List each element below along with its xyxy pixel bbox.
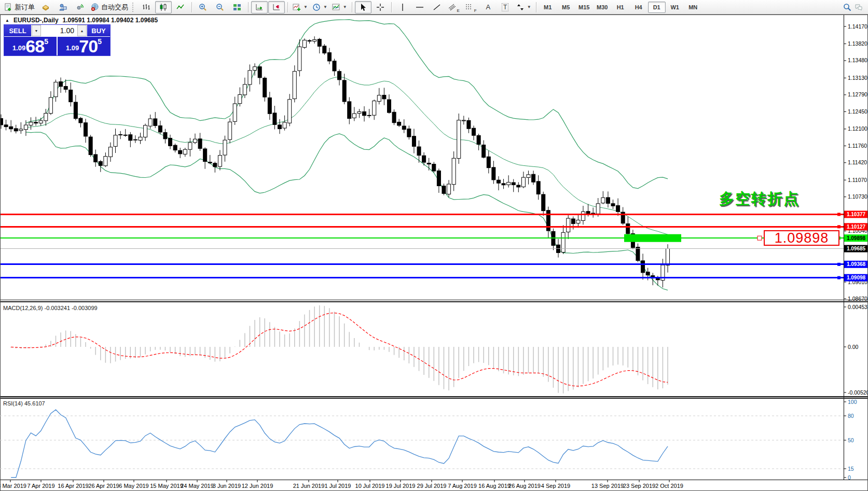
toolbar-grip (132, 3, 136, 12)
date-label: 10 Jul 2019 (355, 483, 385, 489)
candlestick-chart-button[interactable] (155, 1, 172, 13)
market-watch-icon (42, 3, 50, 11)
cursor-button[interactable] (355, 1, 371, 13)
zoom-out-button[interactable] (212, 1, 228, 13)
tab-timeframe-W1[interactable]: W1 (666, 2, 684, 13)
tab-timeframe-M1[interactable]: M1 (539, 2, 557, 13)
label-tool-letter: T (502, 3, 508, 11)
buy-price[interactable]: 1.09 70 5 (58, 37, 110, 55)
svg-text:1.10127: 1.10127 (847, 224, 866, 230)
fibonacci-tool[interactable]: F (463, 1, 479, 13)
line-chart-button[interactable] (172, 1, 189, 13)
symbol-name: EURUSD-,Daily (13, 17, 59, 24)
buy-button[interactable]: BUY (87, 25, 110, 36)
indicators-dropdown[interactable]: ▼ (304, 5, 308, 9)
sell-price-pip: 5 (44, 37, 48, 46)
autotrading-button[interactable]: 自动交易 (89, 1, 130, 13)
sell-button[interactable]: SELL (4, 25, 32, 36)
toolbar-separator (391, 2, 392, 12)
strategy-tester-button[interactable] (54, 1, 71, 13)
date-label: 4 Sep 2019 (541, 483, 570, 489)
trendline-tool[interactable] (429, 1, 445, 13)
arrows-tool[interactable]: ▼ (514, 1, 533, 13)
date-label: 7 Apr 2019 (27, 483, 54, 489)
search-icon[interactable] (843, 3, 851, 11)
periods-button[interactable]: ▼ (310, 1, 329, 13)
chat-icon[interactable] (855, 3, 863, 11)
templates-button[interactable]: ▼ (330, 1, 349, 13)
new-order-icon (4, 3, 12, 11)
arrows-icon (516, 3, 525, 11)
auto-scroll-button[interactable] (251, 1, 268, 13)
highlight-zone-rect[interactable] (624, 234, 681, 242)
svg-text:1.09685: 1.09685 (847, 246, 866, 251)
templates-dropdown[interactable]: ▼ (343, 5, 347, 9)
channel-letter: E (457, 8, 460, 13)
volume-decrease-button[interactable]: ▼ (32, 25, 41, 36)
horizontal-line-icon (416, 3, 424, 11)
candlestick-chart-icon (159, 3, 168, 11)
chart-canvas[interactable]: 1.141701.138201.134801.131301.127901.124… (0, 0, 868, 491)
svg-text:15: 15 (848, 466, 854, 472)
periods-dropdown[interactable]: ▼ (323, 5, 327, 9)
fibonacci-icon (465, 3, 474, 11)
bar-chart-button[interactable] (138, 1, 155, 13)
date-label: 15 May 2019 (150, 483, 183, 489)
macd-indicator-label: MACD(12,26,9) -0.003241 -0.003099 (3, 305, 98, 311)
date-label: 16 Aug 2019 (478, 483, 511, 489)
svg-text:1.09098: 1.09098 (847, 275, 866, 280)
tab-timeframe-MN[interactable]: MN (684, 2, 702, 13)
indicators-button[interactable]: ▼ (291, 1, 310, 13)
text-label-tool[interactable]: T (497, 1, 514, 13)
svg-text:1.10730: 1.10730 (848, 193, 867, 200)
date-label: 13 Sep 2019 (591, 483, 624, 489)
channel-tool[interactable]: E (446, 1, 462, 13)
volume-increase-button[interactable]: ▲ (77, 25, 87, 36)
auto-scroll-icon (255, 3, 264, 11)
vertical-line-tool[interactable] (394, 1, 411, 13)
horizontal-line-tool[interactable] (411, 1, 428, 13)
toolbar-separator (191, 2, 192, 12)
volume-input[interactable] (41, 25, 77, 36)
tab-timeframe-M30[interactable]: M30 (594, 2, 611, 13)
line-chart-icon (176, 3, 185, 11)
date-label: 6 May 2019 (119, 483, 148, 489)
svg-text:1.12100: 1.12100 (848, 125, 867, 132)
text-tool[interactable]: A (480, 1, 497, 13)
chinese-annotation[interactable]: 多空转折点 (719, 189, 800, 209)
market-watch-button[interactable] (37, 1, 54, 13)
buy-price-prefix: 1.09 (66, 44, 79, 52)
collapse-panel-icon[interactable]: ▲ (5, 18, 9, 23)
new-order-button[interactable]: 新订单 (2, 1, 37, 13)
arrows-dropdown[interactable]: ▼ (527, 5, 531, 9)
tab-timeframe-D1[interactable]: D1 (648, 2, 666, 13)
rsi-value: 45.6107 (24, 400, 45, 406)
svg-text:1.10377: 1.10377 (847, 212, 866, 217)
tab-timeframe-M5[interactable]: M5 (557, 2, 575, 13)
zoom-in-button[interactable] (195, 1, 211, 13)
text-tool-letter: A (486, 3, 490, 11)
crosshair-button[interactable] (372, 1, 389, 13)
templates-icon (332, 3, 340, 11)
sell-price[interactable]: 1.09 68 5 (4, 37, 57, 55)
vertical-line-icon (398, 3, 407, 11)
tab-timeframe-H4[interactable]: H4 (630, 2, 647, 13)
toolbar: 新订单 (0, 0, 868, 15)
date-label: 24 May 2019 (181, 483, 214, 489)
date-label: 12 Jun 2019 (242, 483, 273, 489)
date-label: 29 Jul 2019 (417, 483, 447, 489)
toolbar-separator (536, 2, 536, 12)
price-tag-label[interactable]: 1.09898 (764, 230, 839, 246)
date-label: 23 Sep 2019 (623, 483, 655, 489)
chart-shift-button[interactable] (268, 1, 285, 13)
tile-windows-icon (233, 3, 241, 11)
signals-button[interactable] (72, 1, 88, 13)
tab-timeframe-H1[interactable]: H1 (612, 2, 629, 13)
trade-panel-prices: 1.09 68 5 1.09 70 5 (4, 37, 110, 55)
date-label: 26 Aug 2019 (508, 483, 541, 489)
date-label: 21 Jun 2019 (293, 483, 325, 489)
tab-timeframe-M15[interactable]: M15 (575, 2, 593, 13)
svg-text:100: 100 (848, 399, 857, 405)
trendline-icon (433, 3, 441, 11)
tile-windows-button[interactable] (229, 1, 245, 13)
